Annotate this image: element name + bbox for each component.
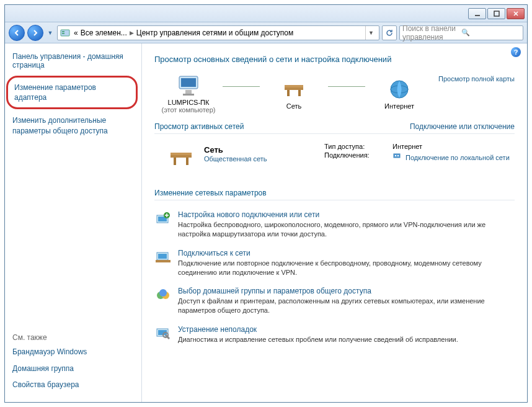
computer-icon	[175, 73, 202, 99]
active-networks-header: Просмотр активных сетей Подключение или …	[154, 120, 515, 134]
svg-rect-23	[395, 155, 396, 156]
task-title[interactable]: Устранение неполадок	[178, 325, 257, 334]
svg-rect-11	[285, 85, 303, 87]
map-pc-sub: (этот компьютер)	[161, 106, 215, 114]
map-net-label: Сеть	[286, 102, 301, 110]
address-dropdown[interactable]: ▼	[365, 26, 376, 40]
connect-network-icon	[154, 249, 172, 266]
access-label: Тип доступа:	[324, 143, 392, 150]
task-list: Настройка нового подключения или сети На…	[154, 205, 515, 349]
back-button[interactable]	[9, 25, 25, 41]
svg-rect-24	[397, 155, 399, 156]
see-also-title: См. также	[12, 333, 134, 342]
svg-rect-9	[185, 90, 192, 94]
active-networks-title: Просмотр активных сетей	[154, 122, 244, 131]
change-settings-header: Изменение сетевых параметров	[154, 186, 515, 200]
connection-link[interactable]: Подключение по локальной сети	[392, 151, 515, 161]
svg-rect-10	[183, 94, 194, 96]
svg-rect-21	[186, 158, 188, 165]
svg-rect-29	[158, 254, 167, 259]
search-placeholder: Поиск в панели управления	[402, 24, 461, 42]
connect-disconnect-link[interactable]: Подключение или отключение	[410, 122, 515, 131]
minimize-button[interactable]	[468, 8, 486, 19]
troubleshoot-icon	[154, 325, 172, 342]
nav-bar: ▼ « Все элемен... ▶ Центр управления сет…	[5, 22, 527, 43]
bench-icon	[281, 76, 307, 102]
active-network-details: Тип доступа: Интернет Подключения: Подкл…	[324, 143, 515, 171]
active-network-info: Сеть Общественная сеть	[204, 143, 316, 171]
active-net-type[interactable]: Общественная сеть	[204, 155, 267, 163]
connections-label: Подключения:	[324, 151, 392, 161]
task-title[interactable]: Выбор домашней группы и параметров общег…	[178, 287, 371, 295]
content-area: Панель управления - домашняя страница Из…	[5, 43, 527, 402]
titlebar[interactable]	[5, 5, 527, 22]
task-desc: Настройка беспроводного, широкополосного…	[178, 220, 515, 239]
svg-rect-13	[287, 90, 290, 96]
new-connection-icon	[154, 210, 172, 228]
svg-rect-14	[298, 90, 301, 96]
bench-icon	[167, 143, 195, 171]
see-also-homegroup[interactable]: Домашняя группа	[12, 364, 134, 373]
task-desc: Подключение или повторное подключение к …	[178, 259, 515, 277]
task-new-connection[interactable]: Настройка нового подключения или сети На…	[154, 205, 515, 244]
task-title[interactable]: Настройка нового подключения или сети	[178, 210, 319, 219]
network-map: LUMPICS-ПК (этот компьютер) Сеть Интерне…	[154, 73, 515, 114]
change-settings-title: Изменение сетевых параметров	[154, 189, 267, 197]
see-also-browser[interactable]: Свойства браузера	[12, 380, 134, 390]
map-pc-name: LUMPICS-ПК	[168, 99, 210, 106]
map-internet[interactable]: Интернет	[365, 76, 433, 110]
connection-line	[328, 86, 365, 87]
task-connect-network[interactable]: Подключиться к сети Подключение или повт…	[154, 244, 515, 282]
chevron-right-icon: ▶	[130, 30, 134, 36]
map-this-pc[interactable]: LUMPICS-ПК (этот компьютер)	[154, 73, 223, 114]
ethernet-icon	[392, 151, 401, 161]
search-icon: 🔍	[461, 29, 520, 37]
svg-rect-6	[62, 33, 64, 34]
globe-icon	[386, 76, 412, 102]
sidebar-adapter-settings[interactable]: Изменение параметров адаптера	[6, 76, 138, 109]
access-value: Интернет	[392, 143, 515, 150]
svg-rect-5	[62, 31, 64, 32]
svg-rect-30	[156, 260, 171, 262]
help-icon[interactable]: ?	[511, 47, 521, 57]
svg-rect-18	[171, 153, 192, 155]
active-network-row: Сеть Общественная сеть Тип доступа: Инте…	[154, 139, 515, 180]
control-panel-icon	[60, 28, 70, 38]
page-title: Просмотр основных сведений о сети и наст…	[154, 55, 515, 64]
breadcrumb-prefix: «	[74, 29, 78, 37]
window-inner: ▼ « Все элемен... ▶ Центр управления сет…	[4, 4, 528, 403]
connection-name: Подключение по локальной сети	[406, 154, 510, 161]
access-type-row: Тип доступа: Интернет	[324, 143, 515, 150]
svg-rect-12	[285, 87, 303, 90]
homegroup-icon	[154, 287, 172, 304]
svg-rect-1	[494, 11, 499, 16]
sidebar: Панель управления - домашняя страница Из…	[5, 43, 141, 402]
map-internet-label: Интернет	[384, 102, 414, 110]
breadcrumb-2[interactable]: Центр управления сетями и общим доступом	[136, 29, 294, 37]
main-panel: ? Просмотр основных сведений о сети и на…	[141, 43, 527, 402]
nav-history-dropdown[interactable]: ▼	[46, 25, 55, 41]
task-homegroup-sharing[interactable]: Выбор домашней группы и параметров общег…	[154, 282, 515, 320]
svg-rect-8	[181, 78, 196, 87]
connection-line	[223, 86, 260, 87]
task-desc: Доступ к файлам и принтерам, расположенн…	[178, 297, 515, 315]
svg-point-33	[159, 289, 167, 297]
refresh-button[interactable]	[382, 25, 397, 40]
close-button[interactable]	[507, 8, 525, 19]
task-troubleshoot[interactable]: Устранение неполадок Диагностика и испра…	[154, 320, 515, 349]
forward-button[interactable]	[27, 25, 43, 41]
see-also-section: См. также Брандмауэр Windows Домашняя гр…	[12, 333, 134, 396]
full-map-link[interactable]: Просмотр полной карты	[438, 75, 515, 83]
sidebar-sharing-settings[interactable]: Изменить дополнительные параметры общего…	[12, 115, 134, 135]
task-title[interactable]: Подключиться к сети	[178, 249, 250, 257]
address-bar[interactable]: « Все элемен... ▶ Центр управления сетям…	[57, 25, 379, 40]
breadcrumb-1[interactable]: Все элемен...	[81, 29, 127, 37]
map-network[interactable]: Сеть	[260, 76, 328, 110]
control-panel-home-link[interactable]: Панель управления - домашняя страница	[12, 52, 134, 69]
connections-row: Подключения: Подключение по локальной се…	[324, 151, 515, 161]
svg-rect-19	[171, 155, 192, 158]
search-input[interactable]: Поиск в панели управления 🔍	[399, 25, 523, 40]
active-net-name: Сеть	[204, 145, 316, 154]
maximize-button[interactable]	[487, 8, 505, 19]
see-also-firewall[interactable]: Брандмауэр Windows	[12, 347, 134, 357]
